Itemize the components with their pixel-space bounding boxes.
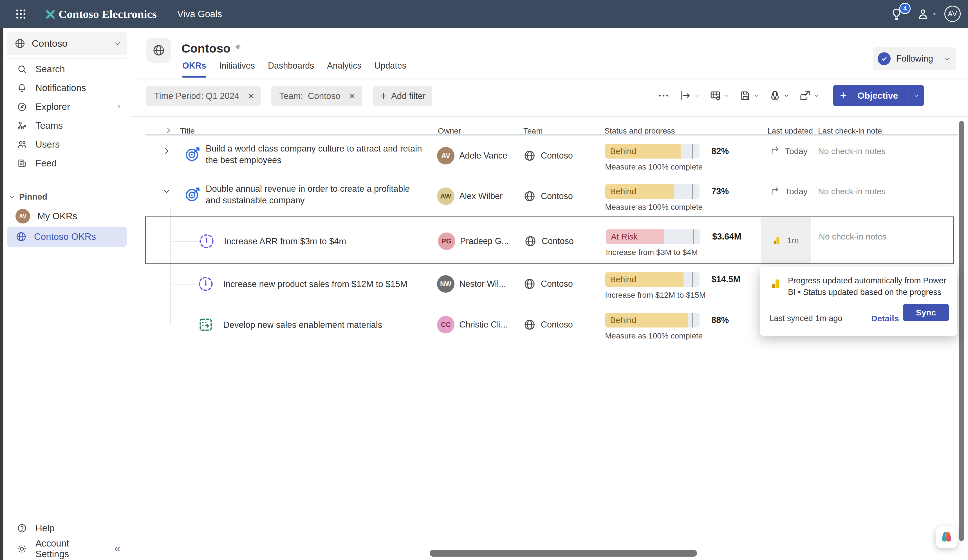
sidebar-item-label: Explorer — [35, 101, 70, 112]
bell-icon — [17, 83, 27, 93]
table-toolbar: +Objective — [657, 84, 924, 108]
owner-avatar[interactable]: NW — [437, 275, 454, 292]
checked-in-arrow-icon — [770, 186, 781, 197]
sync-button[interactable]: Sync — [903, 304, 949, 321]
tab-okrs[interactable]: OKRs — [182, 61, 206, 78]
chevron-right-icon — [115, 103, 122, 110]
tab-analytics[interactable]: Analytics — [327, 61, 361, 78]
sidebar-item-label: Account Settings — [35, 538, 98, 560]
notification-count-badge: 4 — [899, 3, 911, 14]
last-checkin-note: No check-in notes — [818, 187, 885, 196]
sidebar-item-feed[interactable]: Feed — [3, 154, 130, 173]
filter-chip-1[interactable]: Team: Contoso✕ — [271, 86, 362, 106]
okr-title[interactable]: Increase new product sales from $12M to … — [223, 278, 443, 290]
status-progress-bar[interactable]: At Risk — [606, 230, 700, 244]
okr-title[interactable]: Develop new sales enablement materials — [223, 319, 443, 330]
horizontal-scrollbar[interactable] — [430, 550, 697, 557]
sidebar-item-search[interactable]: Search — [3, 59, 130, 78]
details-link[interactable]: Details — [871, 314, 899, 323]
filter-chip-0[interactable]: Time Period: Q1 2024✕ — [146, 86, 261, 106]
contoso-logo-icon — [44, 8, 57, 20]
add-objective-button[interactable]: +Objective — [833, 85, 924, 106]
pinned-item-my-okrs[interactable]: AVMy OKRs — [7, 206, 127, 226]
share-view-icon — [799, 90, 811, 101]
progress-value: 73% — [711, 187, 729, 197]
app-name: Viva Goals — [177, 9, 222, 20]
okr-title[interactable]: Double annual revenue in order to create… — [206, 183, 425, 206]
globe-icon — [524, 278, 536, 290]
sidebar-item-help[interactable]: Help — [3, 519, 130, 537]
add-filter-button[interactable]: +Add filter — [373, 86, 433, 106]
status-progress-bar[interactable]: Behind — [605, 272, 699, 287]
filter-chip-label: Team: Contoso — [279, 91, 340, 101]
table-settings-button[interactable] — [709, 90, 730, 101]
org-selector[interactable]: Contoso — [7, 32, 127, 55]
okr-title[interactable]: Build a world class company culture to a… — [206, 143, 425, 166]
target-marker — [692, 144, 693, 159]
globe-icon — [524, 150, 536, 162]
remove-filter-icon[interactable]: ✕ — [248, 91, 254, 101]
globe-icon — [524, 235, 537, 248]
chevron-down-icon — [814, 93, 819, 98]
last-updated-value: Today — [785, 147, 807, 156]
okr-row-1[interactable]: Build a world class company culture to a… — [145, 135, 954, 176]
pinned-section-header[interactable]: Pinned — [8, 190, 121, 204]
user-avatar[interactable]: AV — [944, 6, 961, 22]
viva-goals-app: Contoso Electronics Viva Goals 4 AV Cont… — [0, 0, 968, 560]
sidebar-item-users[interactable]: Users — [3, 135, 130, 154]
tree-connector — [171, 325, 197, 325]
tab-updates[interactable]: Updates — [374, 61, 406, 78]
status-progress-bar[interactable]: Behind — [605, 184, 699, 199]
status-progress-bar[interactable]: Behind — [605, 313, 699, 327]
chevron-down-icon[interactable] — [944, 55, 951, 62]
owner-avatar[interactable]: AV — [437, 147, 454, 164]
progress-value: $14.5M — [711, 274, 740, 284]
compass-icon — [17, 102, 27, 112]
more-options-icon[interactable] — [657, 89, 670, 102]
tab-dashboards[interactable]: Dashboards — [268, 61, 314, 78]
help-icon — [17, 523, 27, 533]
window-edge — [0, 28, 3, 560]
save-view-button[interactable] — [739, 90, 759, 101]
last-checkin-note: No check-in notes — [819, 232, 887, 241]
chevron-right-icon[interactable] — [162, 147, 171, 155]
collapse-all-chevron-icon[interactable] — [165, 127, 172, 134]
vertical-scrollbar[interactable] — [959, 121, 964, 541]
following-button[interactable]: Following — [873, 47, 956, 70]
chevron-down-icon[interactable] — [162, 187, 171, 195]
owner-avatar[interactable]: PG — [438, 233, 455, 250]
app-launcher-waffle-icon[interactable] — [15, 8, 27, 20]
export-view-button[interactable] — [680, 90, 700, 101]
profile-settings-icon[interactable] — [916, 7, 930, 21]
plus-icon: + — [840, 90, 847, 101]
company-name: Contoso Electronics — [58, 7, 157, 21]
owner-avatar[interactable]: AW — [437, 188, 454, 205]
globe-icon — [524, 319, 536, 331]
copilot-toolbar-button[interactable] — [769, 90, 789, 101]
powerbi-updated-cell[interactable]: 1m — [761, 217, 811, 263]
sidebar-item-teams[interactable]: Teams — [3, 116, 130, 135]
status-label: At Risk — [611, 230, 638, 244]
owner-avatar[interactable]: CC — [437, 316, 454, 334]
tab-initiatives[interactable]: Initiatives — [219, 61, 255, 78]
sidebar-item-account-settings[interactable]: Account Settings« — [3, 539, 130, 558]
target-marker — [693, 230, 694, 244]
status-progress-bar[interactable]: Behind — [605, 144, 699, 159]
sidebar-item-explorer[interactable]: Explorer — [3, 97, 130, 116]
okr-row-2[interactable]: Double annual revenue in order to create… — [145, 176, 954, 216]
pinned-item-contoso-okrs[interactable]: Contoso OKRs — [7, 226, 127, 247]
collapse-sidebar-icon[interactable]: « — [114, 543, 121, 555]
copilot-button[interactable] — [936, 526, 958, 548]
share-view-button[interactable] — [799, 90, 819, 101]
following-check-icon — [878, 52, 891, 65]
target-marker — [692, 184, 693, 199]
remove-filter-icon[interactable]: ✕ — [349, 91, 356, 101]
okr-row-3[interactable]: 1mIncrease ARR from $3m to $4mPGPradeep … — [145, 216, 954, 264]
sidebar-item-notifications[interactable]: Notifications — [3, 78, 130, 97]
kr-icon — [197, 275, 214, 292]
table-settings-icon — [709, 90, 721, 101]
okr-title[interactable]: Increase ARR from $3m to $4m — [224, 236, 444, 247]
page-tabs: OKRsInitiativesDashboardsAnalyticsUpdate… — [182, 61, 406, 78]
pin-icon[interactable] — [232, 43, 242, 53]
owner-name: Adele Vance — [459, 151, 507, 160]
